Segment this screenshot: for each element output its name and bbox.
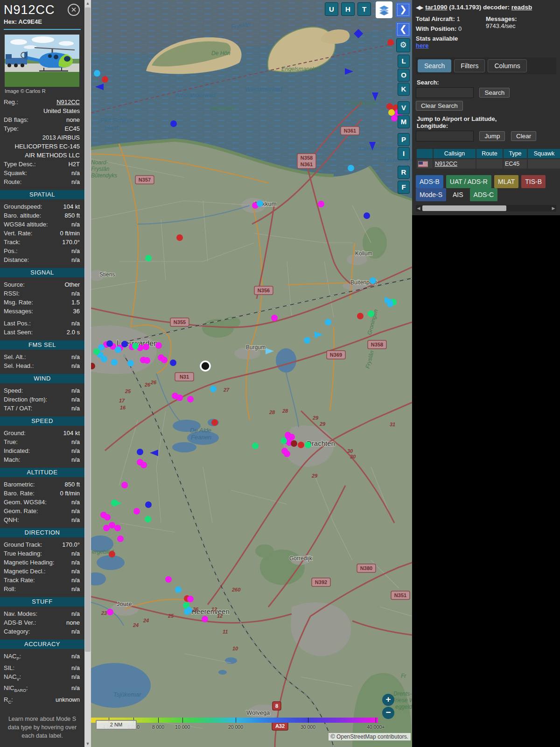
- aircraft-dot[interactable]: [257, 200, 263, 207]
- filter-chip-ads-b[interactable]: ADS-B: [416, 175, 443, 188]
- map-button-V[interactable]: V: [398, 101, 410, 114]
- aircraft-dot[interactable]: [107, 609, 113, 615]
- aircraft-dot[interactable]: [184, 608, 190, 615]
- aircraft-dot[interactable]: [388, 109, 395, 116]
- column-header-Squawk[interactable]: Squawk: [528, 149, 560, 158]
- sidebar-scrollbar-thumb[interactable]: [85, 7, 91, 652]
- aircraft-dot[interactable]: [325, 319, 331, 325]
- aircraft-dot[interactable]: [155, 342, 162, 349]
- aircraft-dot[interactable]: [176, 234, 183, 241]
- aircraft-dot[interactable]: [121, 482, 128, 488]
- table-scrollbar-thumb[interactable]: [422, 205, 506, 211]
- filter-chip-mlat[interactable]: MLAT: [494, 175, 518, 188]
- aircraft-dot[interactable]: [210, 386, 217, 392]
- aircraft-dot[interactable]: [137, 449, 143, 455]
- aircraft-dot[interactable]: [103, 525, 110, 531]
- aircraft-dot[interactable]: [298, 442, 304, 448]
- aircraft-dot[interactable]: [364, 212, 370, 219]
- aircraft-dot[interactable]: [109, 551, 115, 557]
- aircraft-dot[interactable]: [304, 337, 310, 344]
- aircraft-dot[interactable]: [145, 501, 152, 508]
- aircraft-dot[interactable]: [305, 442, 311, 448]
- map-button-K[interactable]: K: [398, 83, 410, 96]
- aircraft-dot[interactable]: [288, 434, 295, 440]
- aircraft-dot[interactable]: [175, 586, 182, 593]
- map-button-U[interactable]: U: [325, 2, 338, 16]
- map-button-L[interactable]: L: [398, 55, 410, 68]
- table-row[interactable]: N912CCEC45850: [417, 159, 560, 169]
- aircraft-dot[interactable]: [280, 437, 287, 444]
- aircraft-dot[interactable]: [368, 310, 374, 317]
- map-button-M[interactable]: M: [398, 115, 410, 128]
- zoom-out-button[interactable]: −: [382, 707, 394, 719]
- panel-resize-handle[interactable]: ◀▶: [416, 4, 422, 11]
- aircraft-dot[interactable]: [170, 120, 177, 127]
- close-icon[interactable]: ✕: [68, 4, 80, 16]
- readsb-link[interactable]: readsb: [511, 4, 532, 11]
- aircraft-dot[interactable]: [284, 451, 290, 457]
- aircraft-dot[interactable]: [211, 419, 218, 426]
- aircraft-dot[interactable]: [391, 115, 398, 121]
- scroll-right-icon[interactable]: ▶: [551, 205, 556, 211]
- layers-button[interactable]: [376, 1, 392, 18]
- map-button-H[interactable]: H: [341, 2, 355, 16]
- osm-link[interactable]: OpenStreetMap: [336, 733, 376, 740]
- sidebar-scrollbar[interactable]: ▲ ▼: [84, 0, 91, 747]
- tar1090-link[interactable]: tar1090: [425, 4, 447, 11]
- zoom-in-button[interactable]: +: [382, 694, 394, 706]
- aircraft-dot[interactable]: [357, 313, 364, 319]
- aircraft-dot[interactable]: [318, 201, 324, 207]
- column-header-Callsign[interactable]: Callsign: [434, 149, 476, 158]
- search-input[interactable]: [416, 87, 474, 98]
- tab-columns[interactable]: Columns: [488, 59, 526, 72]
- jump-button[interactable]: Jump: [479, 131, 505, 141]
- aircraft-dot[interactable]: [187, 396, 194, 402]
- column-header-Route[interactable]: Route: [476, 149, 503, 158]
- settings-gear-icon[interactable]: ⚙: [396, 38, 410, 52]
- aircraft-dot[interactable]: [170, 359, 176, 366]
- aircraft-dot[interactable]: [271, 315, 278, 321]
- jump-input[interactable]: [416, 131, 474, 141]
- aircraft-dot[interactable]: [115, 346, 121, 353]
- aircraft-dot[interactable]: [93, 348, 100, 355]
- aircraft-dot[interactable]: [127, 360, 134, 366]
- stats-here-link[interactable]: here: [416, 42, 428, 49]
- panel-collapse-left-button[interactable]: ❮: [396, 22, 411, 37]
- aircraft-dot[interactable]: [202, 616, 208, 622]
- filter-chip-ads-c[interactable]: ADS-C: [470, 188, 498, 201]
- column-header-flag[interactable]: [417, 149, 433, 158]
- filter-chip-mode-s[interactable]: Mode-S: [416, 188, 446, 201]
- aircraft-dot[interactable]: [144, 357, 150, 364]
- table-horizontal-scrollbar[interactable]: ◀ ▶: [416, 205, 556, 211]
- map-button-T[interactable]: T: [357, 2, 371, 16]
- jump-clear-button[interactable]: Clear: [511, 131, 536, 141]
- panel-collapse-right-button[interactable]: ❯: [396, 2, 411, 17]
- map[interactable]: FryslânDe HônEngelsmanplaatAmelanderwadW…: [91, 0, 412, 747]
- aircraft-dot[interactable]: [252, 443, 259, 449]
- aircraft-dot[interactable]: [114, 525, 121, 531]
- column-header-Type[interactable]: Type: [504, 149, 527, 158]
- aircraft-dot[interactable]: [132, 343, 139, 349]
- aircraft-dot[interactable]: [370, 277, 376, 284]
- scroll-left-icon[interactable]: ◀: [416, 205, 421, 211]
- search-button[interactable]: Search: [479, 88, 510, 98]
- aircraft-dot[interactable]: [117, 536, 124, 542]
- map-button-R[interactable]: R: [398, 166, 410, 179]
- aircraft-dot[interactable]: [161, 357, 168, 363]
- aircraft-dot[interactable]: [94, 70, 100, 77]
- selected-aircraft-marker[interactable]: [201, 361, 210, 371]
- tab-filters[interactable]: Filters: [454, 59, 485, 72]
- filter-chip-uat-ads-r[interactable]: UAT / ADS-R: [446, 175, 491, 188]
- scroll-down-icon[interactable]: ▼: [84, 740, 91, 747]
- filter-chip-tis-b[interactable]: TIS-B: [521, 175, 546, 188]
- aircraft-dot[interactable]: [348, 165, 354, 171]
- callsign-link[interactable]: N912CC: [435, 161, 457, 167]
- aircraft-dot[interactable]: [145, 516, 151, 522]
- aircraft-dot[interactable]: [291, 440, 297, 447]
- aircraft-dot[interactable]: [102, 76, 108, 83]
- map-button-O[interactable]: O: [398, 69, 410, 82]
- aircraft-dot[interactable]: [121, 341, 128, 347]
- aircraft-dot[interactable]: [176, 395, 183, 401]
- aircraft-dot[interactable]: [165, 576, 172, 583]
- aircraft-dot[interactable]: [104, 514, 111, 521]
